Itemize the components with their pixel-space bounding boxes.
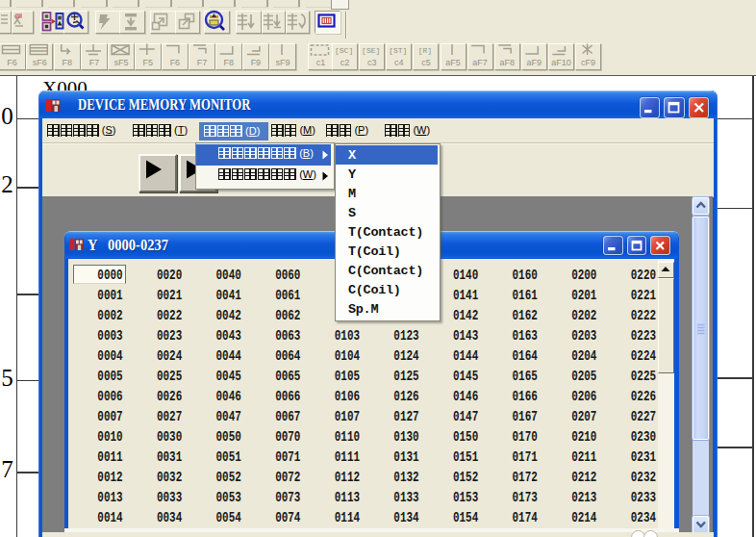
svg-text:[SE]: [SE] [362, 46, 380, 55]
svg-text:[SC]: [SC] [335, 46, 353, 55]
svg-text:[R]: [R] [418, 46, 432, 55]
svg-text:[ST]: [ST] [389, 46, 407, 55]
